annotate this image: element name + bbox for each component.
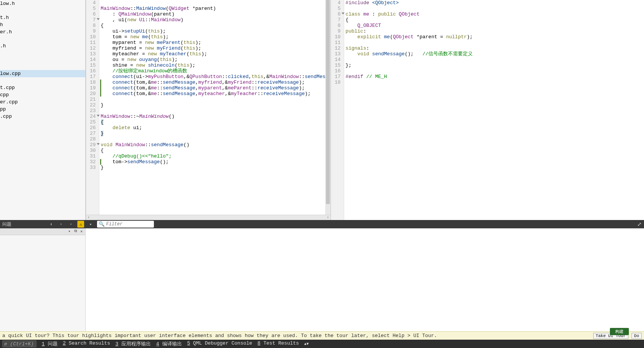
line-gutter-right: 456789101112131415161718: [331, 0, 344, 220]
tour-message: a quick UI tour? This tour highlights im…: [2, 333, 590, 339]
output-tab[interactable]: 4 编译输出: [156, 340, 182, 347]
output-sidebar: ▾ ⧉ ✕: [0, 228, 86, 331]
next-issue-icon[interactable]: ›: [67, 221, 74, 228]
expand-icon[interactable]: ⤢: [637, 221, 642, 228]
file-item[interactable]: er.cpp: [0, 98, 85, 106]
scroll-left-icon[interactable]: ‹: [87, 215, 91, 220]
file-item[interactable]: .cpp: [0, 113, 85, 120]
ui-tour-banner: a quick UI tour? This tour highlights im…: [0, 331, 644, 340]
scroll-right-icon[interactable]: ›: [326, 215, 330, 220]
output-tab[interactable]: 1 问题: [42, 340, 58, 347]
search-icon: 🔍: [99, 221, 105, 227]
output-selector-icon[interactable]: ▲▼: [304, 342, 309, 346]
close-panel-icon[interactable]: ✕: [79, 229, 84, 234]
file-item[interactable]: t.cpp: [0, 84, 85, 91]
dont-show-button[interactable]: Do: [631, 333, 642, 339]
file-item[interactable]: t.h: [0, 14, 85, 21]
issues-toolbar: 问题 ⬇ ‹ › ⚠ ▾ 🔍 ⤢: [0, 220, 644, 228]
issues-filter-input[interactable]: [106, 222, 148, 227]
prev-issue-icon[interactable]: ‹: [58, 221, 64, 228]
output-tab[interactable]: 8 Test Results: [257, 340, 299, 347]
file-item: [0, 77, 85, 84]
output-tab[interactable]: 5 QML Debugger Console: [187, 340, 252, 347]
vertical-scrollbar[interactable]: [325, 0, 331, 215]
file-item[interactable]: er.h: [0, 28, 85, 36]
warning-icon[interactable]: ⚠: [77, 221, 84, 228]
build-badge: 构建: [610, 328, 629, 335]
file-item: [0, 7, 85, 14]
output-tab[interactable]: 3 应用程序输出: [115, 340, 151, 347]
line-gutter-left: 4567891011121314151617181920212223242526…: [86, 0, 99, 215]
horizontal-scrollbar[interactable]: ‹ ›: [86, 215, 331, 220]
file-item[interactable]: low.h: [0, 0, 85, 7]
output-tab[interactable]: 2 Search Results: [63, 340, 110, 347]
issues-title: 问题: [2, 221, 11, 228]
file-item: [0, 50, 85, 56]
split-icon[interactable]: ⧉: [73, 229, 78, 234]
file-item[interactable]: .h: [0, 42, 85, 50]
file-item: [0, 63, 85, 70]
file-item[interactable]: low.cpp: [0, 70, 85, 77]
editor-pane-right[interactable]: 456789101112131415161718 #include <QObje…: [331, 0, 644, 220]
code-content-left[interactable]: MainWindow::MainWindow(QWidget *parent) …: [99, 0, 331, 215]
filter-icon[interactable]: ▾: [87, 221, 94, 228]
locator-input[interactable]: e (Ctrl+K): [2, 340, 36, 347]
file-item: [0, 56, 85, 63]
file-item[interactable]: cpp: [0, 91, 85, 98]
editor-pane-left[interactable]: 4567891011121314151617181920212223242526…: [86, 0, 331, 220]
build-icon[interactable]: ⬇: [48, 221, 55, 228]
file-item: [0, 36, 85, 42]
code-content-right[interactable]: #include <QObject> class me : public QOb…: [344, 0, 644, 220]
issues-output-body: [86, 228, 644, 331]
file-item[interactable]: h: [0, 21, 85, 28]
dropdown-icon[interactable]: ▾: [67, 229, 72, 234]
file-item[interactable]: pp: [0, 106, 85, 113]
issues-filter[interactable]: 🔍: [97, 221, 154, 228]
project-sidebar[interactable]: low.h t.hher.h .h low.cpp t.cppcpper.cpp…: [0, 0, 86, 220]
status-bar: e (Ctrl+K) 1 问题2 Search Results3 应用程序输出4…: [0, 340, 644, 348]
